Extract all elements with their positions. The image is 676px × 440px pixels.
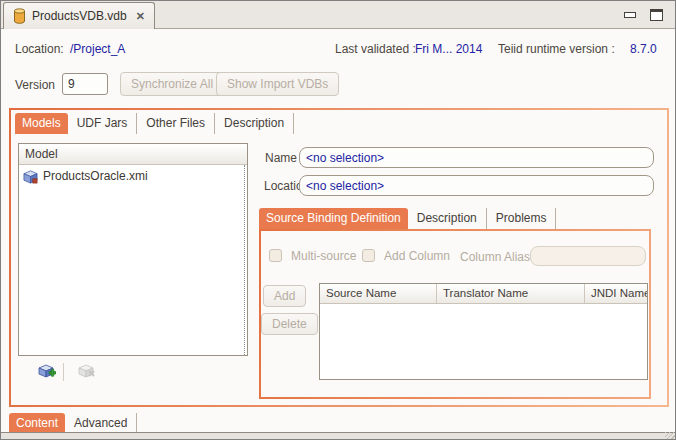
resize-grip[interactable] — [665, 432, 675, 439]
column-header-translator-name[interactable]: Translator Name — [437, 284, 585, 303]
toolbar-divider — [63, 363, 64, 381]
tab-content[interactable]: Content — [9, 413, 65, 433]
column-header-source-name[interactable]: Source Name — [320, 284, 437, 303]
sources-table-header: Source Name Translator Name JNDI Name — [320, 284, 647, 304]
location-input[interactable] — [299, 175, 654, 196]
sources-table-body — [320, 304, 647, 379]
add-source-button[interactable]: Add — [263, 285, 306, 307]
editor-tab-productsvdb[interactable]: ProductsVDB.vdb ✕ — [3, 2, 155, 29]
model-cube-icon — [23, 169, 38, 184]
bottom-window-bar — [1, 432, 675, 439]
bottom-tab-strip: Content Advanced — [9, 413, 137, 433]
multi-source-label: Multi-source — [291, 249, 356, 263]
column-alias-input[interactable] — [530, 246, 646, 266]
location-label: Location: — [15, 42, 64, 56]
tab-problems[interactable]: Problems — [487, 208, 557, 229]
main-tab-strip: Models UDF Jars Other Files Description — [15, 113, 294, 134]
minimize-icon[interactable] — [624, 12, 636, 18]
add-column-checkbox[interactable] — [362, 249, 375, 262]
vdb-database-icon — [13, 8, 26, 24]
tab-detail-description[interactable]: Description — [408, 208, 487, 229]
model-name: ProductsOracle.xmi — [43, 169, 148, 183]
name-input[interactable] — [299, 147, 654, 168]
models-column-header[interactable]: Model — [19, 144, 247, 165]
version-label: Version — [15, 78, 55, 92]
remove-model-button[interactable] — [76, 362, 96, 382]
close-tab-icon[interactable]: ✕ — [136, 10, 145, 23]
model-row[interactable]: ProductsOracle.xmi — [19, 165, 247, 187]
name-label: Name — [265, 151, 297, 165]
models-table-body: ProductsOracle.xmi — [19, 165, 247, 355]
view-controls — [624, 9, 663, 21]
last-validated-label: Last validated : — [335, 42, 416, 56]
column-header-jndi-name[interactable]: JNDI Name — [585, 284, 647, 303]
version-input[interactable] — [62, 73, 108, 95]
remove-model-icon — [77, 362, 96, 381]
add-column-label: Add Column — [384, 249, 450, 263]
tab-advanced[interactable]: Advanced — [65, 413, 137, 433]
models-table: Model ProductsOracle.xmi — [18, 143, 248, 356]
tab-udf-jars[interactable]: UDF Jars — [68, 113, 138, 134]
show-import-vdbs-button[interactable]: Show Import VDBs — [216, 72, 339, 96]
multi-source-checkbox[interactable] — [269, 249, 282, 262]
editor-tab-bar: ProductsVDB.vdb ✕ — [1, 1, 675, 29]
tab-models[interactable]: Models — [15, 113, 68, 134]
last-validated-value: Fri M... 2014 — [415, 42, 482, 56]
tab-source-binding-definition[interactable]: Source Binding Definition — [259, 208, 408, 229]
runtime-version-label: Teiid runtime version : — [498, 42, 615, 56]
delete-source-button[interactable]: Delete — [261, 313, 318, 335]
sources-table: Source Name Translator Name JNDI Name — [319, 283, 648, 380]
editor-tab-title: ProductsVDB.vdb — [32, 9, 127, 23]
add-model-button[interactable] — [36, 362, 56, 382]
column-alias-label: Column Alias — [460, 250, 530, 264]
detail-tab-strip: Source Binding Definition Description Pr… — [259, 208, 556, 229]
tab-other-files[interactable]: Other Files — [137, 113, 215, 134]
maximize-icon[interactable] — [650, 9, 663, 21]
tab-description[interactable]: Description — [215, 113, 294, 134]
location-value: /Project_A — [70, 42, 125, 56]
vdb-editor-window: ProductsVDB.vdb ✕ Location: /Project_A L… — [0, 0, 676, 440]
synchronize-all-button[interactable]: Synchronize All — [120, 72, 224, 96]
add-model-icon — [37, 362, 56, 381]
runtime-version-value: 8.7.0 — [630, 42, 657, 56]
column-divider — [244, 165, 245, 355]
